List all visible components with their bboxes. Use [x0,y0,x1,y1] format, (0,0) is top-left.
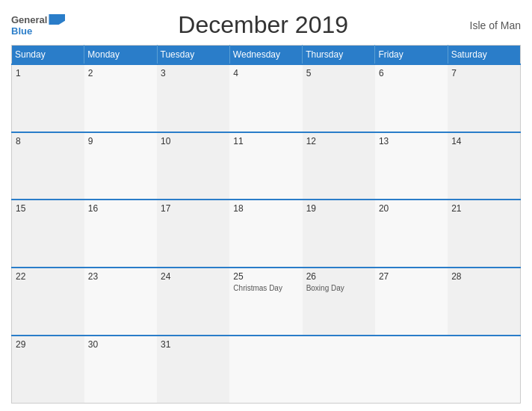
day-number: 19 [306,203,371,214]
calendar-cell [375,336,448,404]
calendar-cell: 7 [448,64,520,132]
calendar-cell: 20 [375,200,448,268]
day-number: 10 [161,136,226,146]
week-row-3: 15161718192021 [12,200,521,268]
calendar-cell: 3 [157,64,229,132]
calendar-cell: 18 [229,200,302,268]
header-monday: Monday [84,46,157,65]
calendar-cell: 5 [303,64,375,132]
calendar-cell: 25Christmas Day [229,268,302,336]
day-number: 27 [379,271,444,282]
day-number: 31 [161,339,226,350]
calendar-cell: 4 [229,64,302,132]
weekday-header-row: Sunday Monday Tuesday Wednesday Thursday… [12,46,521,65]
day-number: 21 [451,203,516,214]
calendar-cell: 8 [12,132,84,200]
logo-blue-text: Blue [11,25,32,37]
holiday-label: Boxing Day [306,283,371,293]
calendar-cell: 26Boxing Day [303,268,375,336]
header-friday: Friday [375,46,448,65]
week-row-1: 1234567 [12,64,521,132]
calendar-title: December 2019 [65,11,461,39]
calendar-table: Sunday Monday Tuesday Wednesday Thursday… [11,45,521,404]
day-number: 3 [161,68,226,78]
calendar-cell: 17 [157,200,229,268]
calendar-cell: 23 [84,268,157,336]
region-label: Isle of Man [461,19,521,31]
week-row-2: 891011121314 [12,132,521,200]
day-number: 26 [306,271,371,282]
week-row-4: 22232425Christmas Day26Boxing Day2728 [12,268,521,336]
calendar-cell: 30 [84,336,157,404]
calendar-cell [448,336,520,404]
calendar-cell: 10 [157,132,229,200]
calendar-cell: 19 [303,200,375,268]
day-number: 30 [88,339,153,350]
calendar-cell: 13 [375,132,448,200]
calendar-cell: 1 [12,64,84,132]
calendar-cell: 9 [84,132,157,200]
calendar-cell: 31 [157,336,229,404]
header-wednesday: Wednesday [229,46,302,65]
calendar-cell: 11 [229,132,302,200]
day-number: 22 [16,271,81,282]
day-number: 18 [233,203,298,214]
calendar-cell [229,336,302,404]
calendar-cell: 24 [157,268,229,336]
header-sunday: Sunday [12,46,84,65]
day-number: 28 [451,271,516,282]
header: General Blue December 2019 Isle of Man [11,11,521,39]
calendar-cell: 16 [84,200,157,268]
header-thursday: Thursday [303,46,375,65]
calendar-cell: 28 [448,268,520,336]
logo: General Blue [11,14,65,37]
calendar-cell: 29 [12,336,84,404]
day-number: 9 [88,136,153,146]
day-number: 11 [233,136,298,146]
day-number: 15 [16,203,81,214]
day-number: 14 [451,136,516,146]
logo-flag-icon [49,14,65,25]
calendar-cell [303,336,375,404]
day-number: 20 [379,203,444,214]
calendar-container: General Blue December 2019 Isle of Man S… [0,0,532,411]
calendar-cell: 14 [448,132,520,200]
calendar-cell: 12 [303,132,375,200]
day-number: 6 [379,68,444,78]
day-number: 23 [88,271,153,282]
day-number: 16 [88,203,153,214]
day-number: 1 [16,68,81,78]
holiday-label: Christmas Day [233,283,298,293]
calendar-cell: 15 [12,200,84,268]
day-number: 13 [379,136,444,146]
calendar-cell: 2 [84,64,157,132]
header-tuesday: Tuesday [157,46,229,65]
day-number: 4 [233,68,298,78]
calendar-cell: 27 [375,268,448,336]
day-number: 8 [16,136,81,146]
day-number: 25 [233,271,298,282]
calendar-cell: 21 [448,200,520,268]
header-saturday: Saturday [448,46,520,65]
calendar-cell: 6 [375,64,448,132]
day-number: 29 [16,339,81,350]
day-number: 2 [88,68,153,78]
day-number: 17 [161,203,226,214]
day-number: 24 [161,271,226,282]
logo-general-text: General [11,14,47,25]
day-number: 7 [451,68,516,78]
week-row-5: 293031 [12,336,521,404]
calendar-cell: 22 [12,268,84,336]
day-number: 12 [306,136,371,146]
day-number: 5 [306,68,371,78]
